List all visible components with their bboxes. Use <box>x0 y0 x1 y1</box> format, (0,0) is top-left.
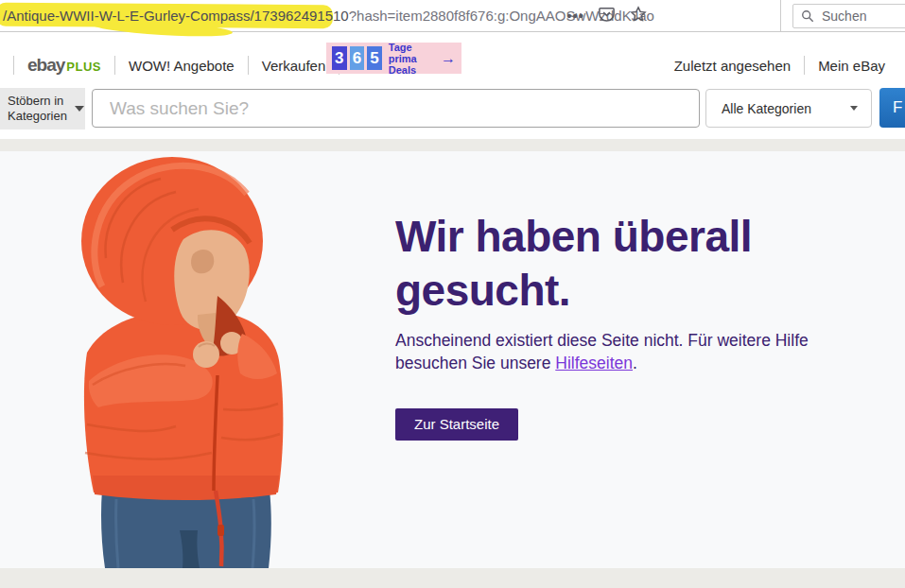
url-highlighted-part: /Antique-WWII-W-L-E-Gurley-Compass/17396… <box>3 8 349 24</box>
chevron-down-icon <box>75 106 84 112</box>
url-field[interactable]: /Antique-WWII-W-L-E-Gurley-Compass/17396… <box>0 0 781 31</box>
banner-digit-6: 6 <box>350 46 365 70</box>
divider <box>804 56 805 75</box>
divider <box>248 56 249 75</box>
nav-mein-ebay[interactable]: Mein eBay <box>818 58 885 74</box>
hilfeseiten-link[interactable]: Hilfeseiten <box>555 354 633 372</box>
home-button[interactable]: Zur Startseite <box>395 408 518 441</box>
ebay-header: ebay PLUS WOW! Angebote Verkaufen Hilfe … <box>0 32 905 139</box>
screenshot-root: /Antique-WWII-W-L-E-Gurley-Compass/17396… <box>0 0 905 588</box>
browser-search-box[interactable]: Suchen <box>792 4 905 28</box>
page-actions-icon[interactable]: ••• <box>566 8 584 24</box>
error-page-main: Wir haben überall gesucht. Anscheinend e… <box>0 151 905 568</box>
description-period: . <box>633 354 637 372</box>
category-select[interactable]: Alle Kategorien <box>705 89 872 128</box>
browse-categories-line1: Stöbern in <box>8 94 63 108</box>
title-line2: gesucht. <box>395 264 752 318</box>
error-description: Anscheinend existiert diese Seite nicht.… <box>395 329 840 374</box>
chevron-down-icon <box>850 106 858 111</box>
ebay-plus-text: PLUS <box>66 60 101 74</box>
child-orange-jacket-image <box>74 154 287 568</box>
pocket-icon[interactable] <box>598 5 616 26</box>
banner-line1: Tage <box>389 42 432 53</box>
nav-verkaufen[interactable]: Verkaufen <box>262 58 326 74</box>
category-selected-value: Alle Kategorien <box>722 101 850 116</box>
divider <box>114 56 115 75</box>
browser-address-bar: /Antique-WWII-W-L-E-Gurley-Compass/17396… <box>0 0 905 32</box>
browse-categories-dropdown[interactable]: Stöbern in Kategorien <box>0 88 85 130</box>
nav-zuletzt-angesehen[interactable]: Zuletzt angesehen <box>674 58 791 74</box>
search-input[interactable] <box>92 89 700 128</box>
page-title: Wir haben überall gesucht. <box>395 210 752 318</box>
search-row: Stöbern in Kategorien Alle Kategorien F <box>0 88 905 131</box>
banner-digit-5: 5 <box>367 46 382 70</box>
365-deals-banner[interactable]: 3 6 5 Tage prima Deals → <box>326 43 461 74</box>
url-text: /Antique-WWII-W-L-E-Gurley-Compass/17396… <box>3 0 654 31</box>
search-icon <box>801 9 814 23</box>
browser-search-placeholder: Suchen <box>822 9 866 24</box>
divider <box>13 56 14 75</box>
find-button[interactable]: F <box>879 88 905 128</box>
browse-categories-line2: Kategorien <box>8 109 67 123</box>
header-separator-band <box>0 139 905 151</box>
nav-wow-angebote[interactable]: WOW! Angebote <box>129 58 235 74</box>
ebay-plus-logo[interactable]: ebay PLUS <box>27 55 101 76</box>
bookmark-star-icon[interactable] <box>629 5 648 27</box>
banner-line2: prima Deals <box>389 53 432 76</box>
title-line1: Wir haben überall <box>395 210 752 264</box>
arrow-right-icon: → <box>441 50 456 67</box>
ebay-logo-text: ebay <box>27 55 64 76</box>
footer-strip <box>0 568 905 588</box>
banner-digit-3: 3 <box>332 46 347 70</box>
